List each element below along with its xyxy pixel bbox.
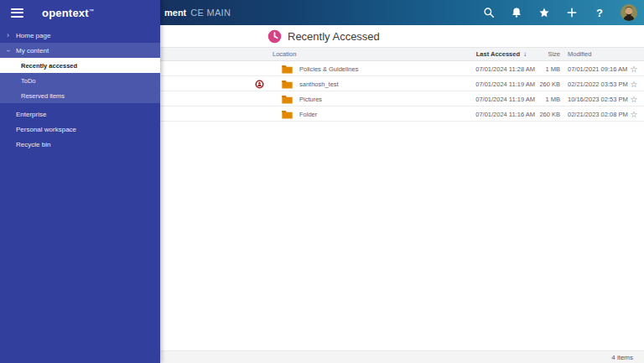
recently-accessed-clock-icon <box>267 29 282 44</box>
user-avatar[interactable] <box>621 4 637 21</box>
search-icon[interactable] <box>482 6 496 19</box>
folder-icon <box>282 91 293 106</box>
last-accessed-value: 07/01/2024 11:19 AM <box>475 76 535 91</box>
size-value: 1 MB <box>545 91 560 106</box>
column-header-last-accessed[interactable]: Last Accessed ↓ <box>476 48 527 60</box>
table-row[interactable]: Policies & Guidelines 07/01/2024 11:28 A… <box>160 61 644 76</box>
size-value: 260 KB <box>539 106 560 122</box>
sidebar: opentext™ › Home page › My content Recen… <box>0 0 160 363</box>
column-header-size[interactable]: Size <box>548 48 560 60</box>
chevron-right-icon: › <box>7 32 13 39</box>
favorite-star-icon[interactable]: ☆ <box>628 76 640 91</box>
notifications-bell-icon[interactable] <box>510 6 523 19</box>
reserved-indicator-icon <box>255 76 264 91</box>
sidebar-item-recently-accessed[interactable]: Recently accessed <box>0 58 160 73</box>
table-row[interactable]: santhosh_test 07/01/2024 11:19 AM 260 KB… <box>160 76 644 91</box>
topbar-icons: ? <box>482 0 637 25</box>
main-content: Recently Accessed Location Last Accessed… <box>160 25 644 363</box>
modified-value: 02/21/2022 03:53 PM <box>568 76 628 91</box>
app-title-suffix: CE MAIN <box>190 8 231 18</box>
table-row[interactable]: Pictures 07/01/2024 11:19 AM 1 MB 10/16/… <box>160 91 644 106</box>
item-location-name[interactable]: Pictures <box>299 91 322 106</box>
size-value: 260 KB <box>539 76 560 91</box>
app-title: ment CE MAIN <box>164 0 231 25</box>
table-header: Location Last Accessed ↓ Size Modified <box>160 47 644 61</box>
item-count: 4 items <box>611 354 633 361</box>
folder-icon <box>282 106 293 122</box>
item-location-name[interactable]: Policies & Guidelines <box>299 61 358 76</box>
sidebar-item-todo[interactable]: ToDo <box>0 73 160 88</box>
column-header-location[interactable]: Location <box>273 48 296 60</box>
help-icon[interactable]: ? <box>593 6 606 19</box>
modified-value: 10/16/2023 02:53 PM <box>568 91 628 106</box>
last-accessed-value: 07/01/2024 11:19 AM <box>475 91 535 106</box>
sidebar-group-my-content: › My content Recently accessed ToDo Rese… <box>0 43 160 103</box>
last-accessed-value: 07/01/2024 11:28 AM <box>475 61 535 76</box>
favorite-star-icon[interactable]: ☆ <box>628 61 640 76</box>
item-location-name[interactable]: Folder <box>299 106 317 122</box>
sidebar-item-reserved-items[interactable]: Reserved items <box>0 88 160 103</box>
status-bar: 4 items <box>160 350 644 363</box>
chevron-down-icon: › <box>7 47 13 54</box>
app-title-partial: ment <box>164 8 186 18</box>
table-row[interactable]: Folder 07/01/2024 11:16 AM 260 KB 02/21/… <box>160 106 644 122</box>
last-accessed-value: 07/01/2024 11:16 AM <box>475 106 535 122</box>
page-header: Recently Accessed <box>160 25 644 47</box>
page-title: Recently Accessed <box>288 30 380 43</box>
favorite-star-icon[interactable]: ☆ <box>628 106 640 122</box>
modified-value: 02/21/2023 02:08 PM <box>568 106 628 122</box>
sidebar-nav: › Home page › My content Recently access… <box>0 28 160 152</box>
sidebar-item-my-content[interactable]: › My content <box>0 43 160 58</box>
sidebar-item-home-page[interactable]: › Home page <box>0 28 160 43</box>
item-location-name[interactable]: santhosh_test <box>299 76 339 91</box>
favorites-star-icon[interactable] <box>538 6 551 19</box>
favorite-star-icon[interactable]: ☆ <box>628 91 640 106</box>
sidebar-item-personal-workspace[interactable]: Personal workspace <box>0 122 160 137</box>
sidebar-logo-row: opentext™ <box>0 0 160 25</box>
sort-descending-icon: ↓ <box>523 50 527 58</box>
table-rows: Policies & Guidelines 07/01/2024 11:28 A… <box>160 61 644 122</box>
sidebar-item-enterprise[interactable]: Enterprise <box>0 106 160 122</box>
hamburger-menu-icon[interactable] <box>11 6 23 19</box>
folder-icon <box>282 76 293 91</box>
modified-value: 07/01/2021 09:16 AM <box>568 61 627 76</box>
column-header-modified[interactable]: Modified <box>568 48 591 60</box>
sidebar-item-recycle-bin[interactable]: Recycle bin <box>0 137 160 152</box>
opentext-logo: opentext™ <box>42 7 94 19</box>
size-value: 1 MB <box>545 61 560 76</box>
add-plus-icon[interactable] <box>565 6 579 19</box>
folder-icon <box>282 61 293 76</box>
